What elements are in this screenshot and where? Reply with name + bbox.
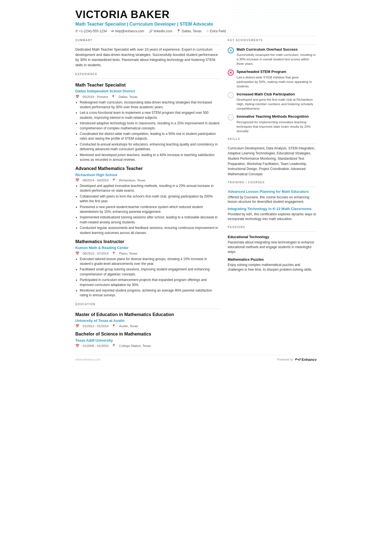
summary-label: SUMMARY (75, 38, 220, 42)
achievement-1: ♦ Math Curriculum Overhaul Success Succe… (228, 47, 317, 66)
job-dates-2: 08/2014 - 04/2019 (83, 178, 108, 182)
job-location-icon-2: 📍 (112, 178, 116, 182)
job-location-2: Richardson, Texas (119, 178, 145, 182)
header-divider (75, 36, 317, 36)
achievement-icon-3: ☆ (228, 92, 234, 98)
job-title-3: Mathematics Instructor (75, 239, 220, 245)
header: VICTORIA BAKER Math Teacher Specialist |… (75, 9, 317, 34)
achievements-divider (228, 45, 317, 45)
job-dates-3: 06/2010 - 07/2014 (83, 251, 108, 256)
footer: www.enhancv.com Powered by Enhancv (75, 355, 317, 362)
bullet: Conducted bi-annual workshops for educat… (80, 142, 220, 152)
job-company-2: Richardson High School (75, 172, 220, 177)
achievement-icon-4: ☆ (228, 114, 234, 120)
brand-name: Enhancv (302, 357, 317, 362)
linkedin-icon: 🔗 (149, 29, 153, 34)
enhancv-icon (295, 358, 301, 362)
extra-icon: ☆ (206, 29, 209, 34)
passions-divider (228, 231, 317, 232)
job-bullets-1: Redesigned math curriculum, incorporatin… (75, 100, 220, 162)
bullet: Pioneered a new parent-student-teacher c… (80, 205, 220, 214)
job-dates-icon-2: 📅 (75, 178, 79, 182)
achievement-3: ☆ Increased Math Club Participation Deve… (228, 92, 317, 111)
achievement-desc-1: Successfully revamped the math curriculu… (237, 53, 317, 66)
achievement-2: ♥ Spearheaded STEM Program Led a distric… (228, 69, 317, 88)
training-divider (228, 187, 317, 187)
job-company-3: Kumon Math & Reading Center (75, 245, 220, 250)
edu-dates-icon-1: 📅 (75, 324, 79, 328)
skills-label: SKILLS (228, 137, 317, 141)
achievement-content-3: Increased Math Club Participation Develo… (237, 92, 317, 111)
passions-label: PASSIONS (228, 225, 317, 229)
powered-by-text: Powered by (277, 357, 293, 362)
edu-location-icon-2: 📍 (112, 344, 116, 348)
edu-location-1: Austin, Texas (119, 324, 138, 328)
main-columns: SUMMARY Dedicated Math Teacher Specialis… (75, 38, 317, 348)
edu-location-2: College Station, Texas (119, 344, 151, 348)
job-title-1: Math Teacher Specialist (75, 82, 220, 88)
passion-title-1: Educational Technology (228, 235, 317, 240)
location-icon: 📍 (177, 29, 181, 34)
bullet: Mentored and developed junior teachers, … (80, 153, 220, 162)
passion-desc-2: Enjoy solving complex mathematical puzzl… (228, 263, 317, 272)
job-bullets-3: Executed tailored lesson plans for diver… (75, 257, 220, 298)
job-company-1: Dallas Independent School District (75, 89, 220, 94)
edu-school-2: Texas A&M University (75, 338, 220, 343)
edu-meta-2: 📅 01/2006 - 01/2010 📍 College Station, T… (75, 344, 220, 348)
training-label: TRAINING / COURSES (228, 181, 317, 184)
education-label: EDUCATION (75, 302, 220, 306)
achievement-icon-2: ♥ (228, 70, 234, 76)
achievement-4: ☆ Innovative Teaching Methods Recognitio… (228, 114, 317, 133)
edu-meta-1: 📅 01/2012 - 01/2014 📍 Austin, Texas (75, 324, 220, 328)
job-location-icon-1: 📍 (111, 95, 115, 99)
summary-text: Dedicated Math Teacher Specialist with o… (75, 47, 220, 68)
edu-dates-2: 01/2006 - 01/2010 (83, 344, 108, 348)
bullet: Executed tailored lesson plans for diver… (80, 257, 220, 267)
candidate-title: Math Teacher Specialist | Curriculum Dev… (75, 21, 317, 27)
candidate-name: VICTORIA BAKER (75, 9, 317, 21)
contact-location: 📍 Dallas, Texas (177, 29, 201, 34)
job-location-1: Dallas, Texas (118, 95, 137, 99)
bullet: Redesigned math curriculum, incorporatin… (80, 100, 220, 110)
edu-degree-1: Master of Education in Mathematics Educa… (75, 312, 220, 318)
edu-dates-icon-2: 📅 (75, 344, 79, 348)
training-title-1: Advanced Lesson Planning for Math Educat… (228, 189, 317, 194)
contact-phone: ✆ +1-(234)-555-1234 (75, 29, 107, 34)
job-location-3: Plano, Texas (119, 251, 137, 256)
contact-bar: ✆ +1-(234)-555-1234 ✉ help@enhancv.com 🔗… (75, 29, 317, 34)
achievement-content-2: Spearheaded STEM Program Led a district-… (237, 69, 317, 88)
skills-divider (228, 143, 317, 144)
achievement-desc-3: Developed and grew the first math club a… (237, 97, 317, 111)
bullet: Participated in curriculum enhancement p… (80, 278, 220, 287)
bullet: Monitored and reported student progress,… (80, 288, 220, 298)
achievement-title-4: Innovative Teaching Methods Recognition (237, 114, 317, 119)
bullet: Facilitated small group tutoring session… (80, 267, 220, 277)
job-dates-1: 05/2019 - Present (83, 95, 108, 99)
job-dates-icon-3: 📅 (75, 251, 79, 256)
edu-dates-1: 01/2012 - 01/2014 (83, 324, 108, 328)
bullet: Led a cross-functional team to implement… (80, 110, 220, 120)
summary-divider (75, 45, 220, 45)
footer-website: www.enhancv.com (75, 357, 101, 362)
job-meta-2: 📅 08/2014 - 04/2019 📍 Richardson, Texas (75, 178, 220, 182)
contact-email: ✉ help@enhancv.com (111, 29, 144, 34)
email-icon: ✉ (111, 29, 114, 34)
passion-title-2: Mathematics Puzzles (228, 257, 317, 262)
edu-location-icon-1: 📍 (112, 324, 116, 328)
achievement-desc-4: Recognized for implementing innovative t… (237, 120, 317, 133)
achievement-content-4: Innovative Teaching Methods Recognition … (237, 114, 317, 133)
experience-label: EXPERIENCE (75, 72, 220, 76)
achievement-title-1: Math Curriculum Overhaul Success (237, 47, 317, 52)
skills-text: Curriculum Development, Data Analysis, S… (228, 146, 317, 177)
achievement-desc-2: Led a district-wide STEM initiative that… (237, 75, 317, 88)
contact-linkedin: 🔗 linkedin.com (149, 29, 172, 34)
edu-degree-2: Bachelor of Science in Mathematics (75, 331, 220, 337)
bullet: Developed and applied innovative teachin… (80, 184, 220, 193)
job-dates-icon-1: 📅 (75, 95, 79, 99)
bullet: Introduced adaptive technology tools in … (80, 121, 220, 131)
job-bullets-2: Developed and applied innovative teachin… (75, 184, 220, 235)
education-divider (75, 309, 220, 309)
job-meta-1: 📅 05/2019 - Present 📍 Dallas, Texas (75, 95, 220, 99)
edu-school-1: University of Texas at Austin (75, 318, 220, 323)
training-desc-1: Offered by Coursera, this course focuses… (228, 195, 317, 204)
